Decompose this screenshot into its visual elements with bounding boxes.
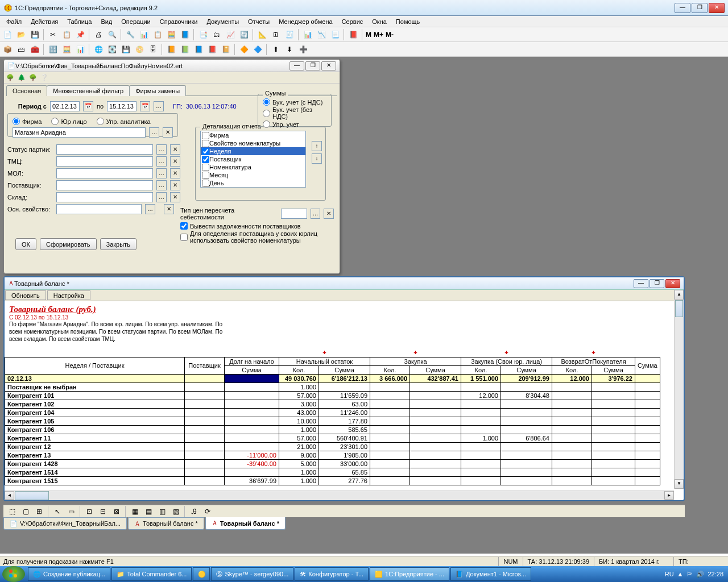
tool-icon[interactable]: ⊡: [83, 505, 96, 518]
tool-icon[interactable]: 🔄: [238, 28, 250, 41]
tool-icon[interactable]: 📊: [138, 28, 150, 41]
report-body[interactable]: Товарный баланс (руб.) С 02.12.13 по 15.…: [5, 301, 684, 489]
rep-minimize[interactable]: —: [634, 279, 648, 288]
m-plus-button[interactable]: M+: [373, 28, 384, 41]
task-item-active[interactable]: 🟨1С:Предприятие - ...: [370, 567, 449, 581]
tool-icon[interactable]: ▭: [65, 505, 77, 518]
tool-icon[interactable]: 📘: [192, 43, 205, 56]
ellipsis-icon[interactable]: …: [154, 101, 164, 111]
print-icon[interactable]: 🖨: [92, 28, 105, 41]
rep-maximize[interactable]: ❐: [650, 279, 664, 288]
tab-firms[interactable]: Фирмы замены: [129, 85, 186, 96]
settings-button[interactable]: Настройка: [47, 290, 90, 300]
close-button[interactable]: ✕: [709, 3, 725, 13]
new-icon[interactable]: 📄: [1, 28, 14, 41]
tool-icon[interactable]: 🗓: [270, 28, 282, 41]
tool-icon[interactable]: 📐: [256, 28, 268, 41]
help-icon[interactable]: ❔: [40, 74, 48, 81]
tool-icon[interactable]: ▤: [142, 505, 155, 518]
tool-icon[interactable]: 📕: [347, 28, 359, 41]
menu-table[interactable]: Таблица: [63, 17, 96, 26]
clear-icon[interactable]: ✕: [163, 127, 173, 138]
refresh-button[interactable]: Обновить: [5, 290, 46, 300]
clear-icon[interactable]: ✕: [170, 180, 180, 190]
open-icon[interactable]: 📂: [15, 28, 27, 41]
chk-supplier-prop[interactable]: [180, 234, 188, 241]
firm-input[interactable]: Магазин Ариадна: [13, 127, 146, 138]
paste-icon[interactable]: 📌: [74, 28, 86, 41]
clear-icon[interactable]: ✕: [324, 209, 334, 219]
radio-buh-no-nds[interactable]: [263, 110, 270, 117]
close-button[interactable]: Закрыть: [100, 238, 136, 250]
tool-icon[interactable]: 📊: [74, 43, 86, 56]
tool-icon[interactable]: 🔢: [47, 43, 59, 56]
clear-icon[interactable]: ✕: [170, 168, 180, 178]
tool-icon[interactable]: 💽: [106, 43, 118, 56]
minimize-button[interactable]: —: [675, 3, 690, 13]
ellipsis-icon[interactable]: …: [156, 156, 167, 167]
dlg-minimize[interactable]: —: [289, 61, 304, 70]
radio-upr[interactable]: [97, 118, 104, 125]
tool-icon[interactable]: 📈: [224, 28, 237, 41]
scroll-down-icon[interactable]: ▼: [675, 479, 684, 489]
tree-icon[interactable]: 🌳: [29, 74, 37, 81]
ellipsis-icon[interactable]: …: [156, 192, 167, 202]
lang-indicator[interactable]: RU: [665, 571, 674, 577]
tool-icon[interactable]: 📉: [315, 28, 328, 41]
tool-icon[interactable]: 🔶: [238, 43, 250, 56]
tool-icon[interactable]: 📘: [179, 28, 191, 41]
tool-icon[interactable]: 📦: [1, 43, 14, 56]
tool-icon[interactable]: 🗄: [147, 43, 159, 56]
price-type-input[interactable]: [281, 209, 307, 219]
doc-tab-active[interactable]: ＡТоварный баланс *: [205, 517, 286, 530]
report-grid[interactable]: + + + + Неделя / Поставщик Поставщик Дол…: [5, 348, 660, 485]
tool-icon[interactable]: ▢: [19, 505, 32, 518]
m-button[interactable]: M: [365, 28, 372, 41]
tool-icon[interactable]: 📑: [197, 28, 209, 41]
detal-listbox[interactable]: Фирма Свойство номенклатуры Неделя Поста…: [200, 131, 306, 188]
tool-icon[interactable]: ▧: [169, 505, 182, 518]
radio-firma[interactable]: [13, 118, 20, 125]
dialog-titlebar[interactable]: 📄 V:\Обработки\Фин_ТоварныйБалансПоФайлу…: [4, 60, 340, 72]
tool-icon[interactable]: ⬇: [283, 43, 296, 56]
flag-icon[interactable]: 🏳: [686, 571, 693, 577]
tool-icon[interactable]: ⊟: [97, 505, 109, 518]
task-item[interactable]: 🟡: [193, 567, 210, 581]
task-item[interactable]: 🛠Конфигуратор - Т...: [295, 567, 369, 581]
tab-filter[interactable]: Множественный фильтр: [47, 85, 130, 96]
copy-icon[interactable]: 📋: [60, 28, 73, 41]
move-down-icon[interactable]: ↓: [312, 153, 322, 164]
rep-close[interactable]: ✕: [665, 279, 680, 288]
v-scrollbar[interactable]: ▲ ▼: [674, 290, 684, 489]
tool-icon[interactable]: 📗: [179, 43, 191, 56]
tool-icon[interactable]: 💾: [119, 43, 132, 56]
property-input[interactable]: [56, 204, 142, 214]
tool-icon[interactable]: ▦: [129, 505, 141, 518]
clear-icon[interactable]: ✕: [170, 144, 180, 155]
scroll-thumb[interactable]: [15, 491, 49, 500]
menu-documents[interactable]: Документы: [202, 17, 243, 26]
save-icon[interactable]: 💾: [28, 28, 41, 41]
tool-icon[interactable]: ➕: [297, 43, 309, 56]
tool-icon[interactable]: Ꭿ: [188, 505, 200, 518]
generate-button[interactable]: Сформировать: [40, 238, 97, 250]
tool-icon[interactable]: 🧮: [165, 28, 177, 41]
menu-view[interactable]: Вид: [97, 17, 116, 26]
radio-upr-uchet[interactable]: [263, 120, 270, 128]
tree-icon[interactable]: 🌲: [18, 74, 26, 81]
menu-exchange[interactable]: Менеджер обмена: [275, 17, 336, 26]
clock[interactable]: 22:28: [708, 571, 723, 577]
tool-icon[interactable]: 📊: [301, 28, 314, 41]
tool-icon[interactable]: 📃: [329, 28, 341, 41]
tool-icon[interactable]: 🧰: [28, 43, 41, 56]
doc-tab[interactable]: 📄V:\Обработки\Фин_ТоварныйБал...: [3, 517, 127, 530]
task-item[interactable]: ⓈSkype™ - sergey090...: [211, 567, 293, 581]
tool-icon[interactable]: 📋: [151, 28, 164, 41]
date-to-input[interactable]: 15.12.13: [107, 101, 136, 111]
radio-buh-nds[interactable]: [263, 98, 270, 106]
ellipsis-icon[interactable]: …: [156, 180, 167, 190]
tool-icon[interactable]: ⬚: [6, 505, 18, 518]
m-minus-button[interactable]: M-: [385, 28, 394, 41]
ellipsis-icon[interactable]: …: [145, 204, 155, 214]
tool-icon[interactable]: 📙: [165, 43, 177, 56]
